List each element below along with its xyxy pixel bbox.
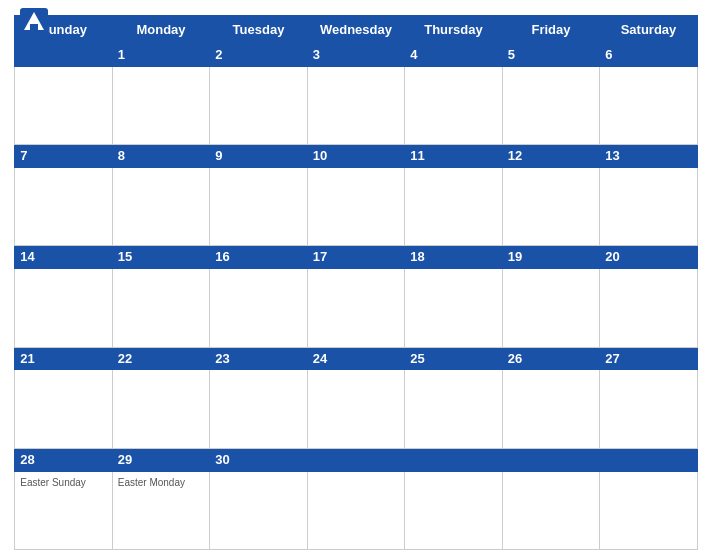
date-cell-header: 1 <box>112 44 210 67</box>
date-cell-header: 17 <box>307 246 405 269</box>
date-number: 7 <box>20 148 107 163</box>
date-cell-header: 5 <box>502 44 600 67</box>
day-cell <box>112 168 210 246</box>
day-cell <box>502 66 600 144</box>
date-cell-header: 26 <box>502 347 600 370</box>
day-cell <box>210 66 308 144</box>
day-header-monday: Monday <box>112 16 210 44</box>
date-number: 5 <box>508 47 595 62</box>
date-number: 15 <box>118 249 205 264</box>
date-cell-header <box>502 448 600 471</box>
day-cell <box>210 471 308 549</box>
date-cell-header: 18 <box>405 246 503 269</box>
calendar-table: SundayMondayTuesdayWednesdayThursdayFrid… <box>14 15 698 550</box>
date-number: 23 <box>215 351 302 366</box>
day-header-thursday: Thursday <box>405 16 503 44</box>
day-cell <box>600 66 698 144</box>
day-cell <box>210 269 308 347</box>
date-number: 30 <box>215 452 302 467</box>
day-cell <box>15 269 113 347</box>
date-cell-header: 11 <box>405 145 503 168</box>
day-cell <box>502 471 600 549</box>
week-number-row-2: 78910111213 <box>15 145 698 168</box>
day-header-tuesday: Tuesday <box>210 16 308 44</box>
date-number: 4 <box>410 47 497 62</box>
day-cell <box>210 370 308 448</box>
date-cell-header: 6 <box>600 44 698 67</box>
date-number: 28 <box>20 452 107 467</box>
date-number: 1 <box>118 47 205 62</box>
date-cell-header <box>600 448 698 471</box>
day-cell <box>112 66 210 144</box>
date-number: 25 <box>410 351 497 366</box>
day-cell <box>405 269 503 347</box>
date-number: 12 <box>508 148 595 163</box>
svg-rect-2 <box>30 24 38 30</box>
date-number: 11 <box>410 148 497 163</box>
day-cell <box>600 370 698 448</box>
date-cell-header: 13 <box>600 145 698 168</box>
day-cell <box>307 269 405 347</box>
day-header-wednesday: Wednesday <box>307 16 405 44</box>
day-cell <box>112 269 210 347</box>
date-cell-header: 3 <box>307 44 405 67</box>
date-cell-header: 7 <box>15 145 113 168</box>
date-cell-header: 14 <box>15 246 113 269</box>
day-cell <box>405 66 503 144</box>
day-cell <box>112 370 210 448</box>
date-cell-header: 28 <box>15 448 113 471</box>
days-of-week-row: SundayMondayTuesdayWednesdayThursdayFrid… <box>15 16 698 44</box>
day-cell <box>600 269 698 347</box>
week-number-row-1: 123456 <box>15 44 698 67</box>
day-cell <box>307 370 405 448</box>
date-number: 26 <box>508 351 595 366</box>
holiday-label: Easter Monday <box>118 477 205 488</box>
date-cell-header: 23 <box>210 347 308 370</box>
date-number: 2 <box>215 47 302 62</box>
date-cell-header: 27 <box>600 347 698 370</box>
date-cell-header: 15 <box>112 246 210 269</box>
date-number: 21 <box>20 351 107 366</box>
date-number: 13 <box>605 148 692 163</box>
date-number: 27 <box>605 351 692 366</box>
date-cell-header <box>405 448 503 471</box>
date-number: 19 <box>508 249 595 264</box>
date-cell-header: 12 <box>502 145 600 168</box>
day-cell <box>15 168 113 246</box>
date-number: 6 <box>605 47 692 62</box>
logo <box>20 8 52 36</box>
day-cell <box>15 370 113 448</box>
day-cell <box>405 168 503 246</box>
week-content-row-4 <box>15 370 698 448</box>
date-number: 17 <box>313 249 400 264</box>
week-number-row-3: 14151617181920 <box>15 246 698 269</box>
date-cell-header: 2 <box>210 44 308 67</box>
date-cell-header <box>307 448 405 471</box>
date-number: 16 <box>215 249 302 264</box>
date-cell-header: 24 <box>307 347 405 370</box>
day-cell: Easter Monday <box>112 471 210 549</box>
day-header-friday: Friday <box>502 16 600 44</box>
date-number: 9 <box>215 148 302 163</box>
week-content-row-2 <box>15 168 698 246</box>
date-number: 22 <box>118 351 205 366</box>
week-number-row-4: 21222324252627 <box>15 347 698 370</box>
date-cell-header: 19 <box>502 246 600 269</box>
week-content-row-3 <box>15 269 698 347</box>
date-cell-header: 25 <box>405 347 503 370</box>
day-cell <box>502 168 600 246</box>
date-number: 8 <box>118 148 205 163</box>
holiday-label: Easter Sunday <box>20 477 107 488</box>
date-number: 20 <box>605 249 692 264</box>
day-header-saturday: Saturday <box>600 16 698 44</box>
day-cell <box>502 370 600 448</box>
day-cell <box>405 471 503 549</box>
day-cell <box>405 370 503 448</box>
day-cell <box>307 471 405 549</box>
day-cell <box>15 66 113 144</box>
date-cell-header <box>15 44 113 67</box>
week-number-row-5: 282930 <box>15 448 698 471</box>
date-cell-header: 10 <box>307 145 405 168</box>
date-number: 18 <box>410 249 497 264</box>
date-cell-header: 16 <box>210 246 308 269</box>
